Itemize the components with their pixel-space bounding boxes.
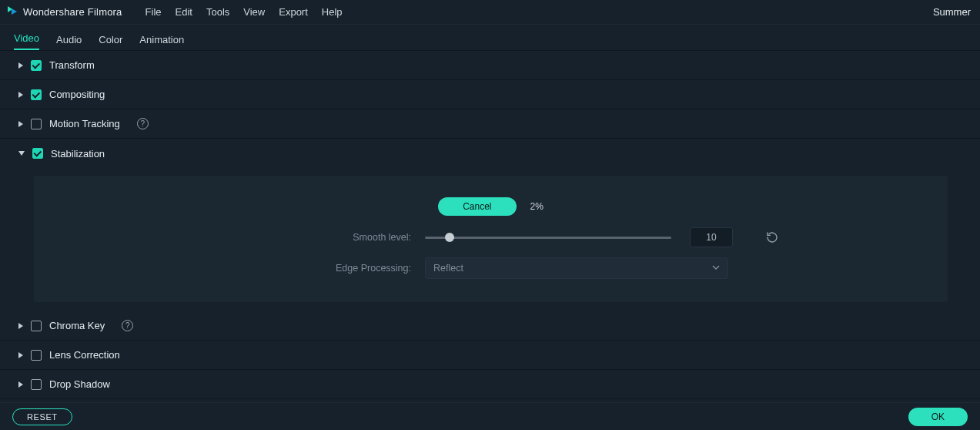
smooth-level-slider[interactable] xyxy=(425,237,671,239)
checkbox-chroma-key[interactable] xyxy=(31,321,42,331)
tab-video[interactable]: Video xyxy=(14,32,39,50)
reset-smooth-icon[interactable] xyxy=(765,230,779,244)
menu-bar: Wondershare Filmora File Edit Tools View… xyxy=(0,0,980,25)
tab-animation[interactable]: Animation xyxy=(139,34,184,50)
slider-thumb[interactable] xyxy=(445,233,454,242)
stabilization-body: Cancel 2% Smooth level: 10 Edge Processi… xyxy=(34,176,948,302)
checkbox-transform[interactable] xyxy=(31,60,42,71)
disclosure-icon[interactable] xyxy=(18,92,23,98)
section-lens-correction[interactable]: Lens Correction xyxy=(0,341,980,370)
ok-button[interactable]: OK xyxy=(908,408,968,426)
menu-export[interactable]: Export xyxy=(279,6,308,18)
chevron-down-icon xyxy=(712,263,720,274)
disclosure-icon[interactable] xyxy=(18,381,23,388)
checkbox-compositing[interactable] xyxy=(31,89,42,100)
property-tabs: Video Audio Color Animation xyxy=(0,25,980,51)
smooth-level-row: Smooth level: 10 xyxy=(57,222,925,253)
section-label: Lens Correction xyxy=(49,349,120,361)
menu-help[interactable]: Help xyxy=(322,6,343,18)
menu-items: File Edit Tools View Export Help xyxy=(145,6,343,18)
app-logo-icon xyxy=(6,5,18,19)
help-icon[interactable]: ? xyxy=(137,118,149,129)
disclosure-icon[interactable] xyxy=(18,323,23,329)
section-label: Compositing xyxy=(49,89,105,100)
section-label: Drop Shadow xyxy=(49,378,110,390)
smooth-level-value[interactable]: 10 xyxy=(690,227,733,247)
stabilization-progress-row: Cancel 2% xyxy=(57,191,925,222)
tab-color[interactable]: Color xyxy=(99,34,122,50)
section-compositing[interactable]: Compositing xyxy=(0,80,980,109)
tab-audio[interactable]: Audio xyxy=(56,34,82,50)
edge-processing-label: Edge Processing: xyxy=(57,263,411,274)
project-name: Summer xyxy=(933,6,971,18)
footer-bar: RESET OK xyxy=(0,402,980,430)
disclosure-icon[interactable] xyxy=(18,121,23,127)
section-stabilization[interactable]: Stabilization xyxy=(0,139,980,168)
checkbox-drop-shadow[interactable] xyxy=(31,379,42,390)
disclosure-icon[interactable] xyxy=(18,352,23,358)
section-label: Chroma Key xyxy=(49,320,105,331)
section-label: Stabilization xyxy=(51,148,105,160)
checkbox-motion-tracking[interactable] xyxy=(31,119,42,129)
video-properties-panel: Transform Compositing Motion Tracking ? … xyxy=(0,51,980,402)
section-label: Motion Tracking xyxy=(49,118,120,129)
disclosure-icon[interactable] xyxy=(18,62,23,69)
reset-button[interactable]: RESET xyxy=(12,408,72,425)
checkbox-stabilization[interactable] xyxy=(32,148,43,159)
stabilization-progress: 2% xyxy=(530,201,544,212)
dropdown-value: Reflect xyxy=(433,263,463,274)
section-motion-tracking[interactable]: Motion Tracking ? xyxy=(0,109,980,139)
disclosure-icon[interactable] xyxy=(18,151,25,156)
edge-processing-row: Edge Processing: Reflect xyxy=(57,253,925,284)
section-label: Transform xyxy=(49,59,95,71)
edge-processing-dropdown[interactable]: Reflect xyxy=(425,257,728,279)
menu-file[interactable]: File xyxy=(145,6,162,18)
menu-edit[interactable]: Edit xyxy=(176,6,192,18)
smooth-level-label: Smooth level: xyxy=(57,232,411,243)
cancel-button[interactable]: Cancel xyxy=(438,197,516,216)
menu-view[interactable]: View xyxy=(243,6,265,18)
checkbox-lens-correction[interactable] xyxy=(31,350,42,361)
menu-tools[interactable]: Tools xyxy=(206,6,229,18)
section-drop-shadow[interactable]: Drop Shadow xyxy=(0,370,980,399)
section-chroma-key[interactable]: Chroma Key ? xyxy=(0,311,980,341)
app-title: Wondershare Filmora xyxy=(23,6,122,18)
section-transform[interactable]: Transform xyxy=(0,51,980,80)
help-icon[interactable]: ? xyxy=(122,320,133,331)
app-brand: Wondershare Filmora xyxy=(6,5,122,19)
